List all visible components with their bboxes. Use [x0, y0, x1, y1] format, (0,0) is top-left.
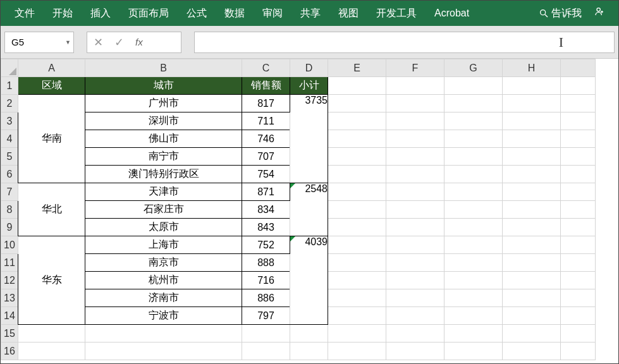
cell-B7[interactable]: 天津市	[85, 183, 242, 201]
cell-C11[interactable]: 888	[242, 254, 290, 272]
col-header-H[interactable]: H	[503, 59, 561, 77]
cell-G12[interactable]	[444, 272, 503, 289]
cell-H6[interactable]	[503, 166, 561, 183]
row-header-8[interactable]: 8	[1, 201, 18, 219]
cell-E10[interactable]	[328, 236, 386, 254]
cell-E12[interactable]	[328, 272, 386, 289]
select-all-corner[interactable]	[1, 59, 18, 77]
row-header-15[interactable]: 15	[1, 325, 18, 343]
cell-B9[interactable]: 太原市	[85, 219, 242, 236]
cell-D2[interactable]: 3735	[290, 95, 328, 183]
row-header-7[interactable]: 7	[1, 183, 18, 201]
cell-H3[interactable]	[503, 112, 561, 130]
tab-review[interactable]: 审阅	[254, 1, 291, 26]
cell-B10[interactable]: 上海市	[85, 236, 242, 254]
error-indicator-icon[interactable]	[290, 236, 295, 241]
name-box[interactable]: G5 ▼	[4, 32, 74, 53]
cell-G15[interactable]	[444, 325, 503, 343]
cell-B13[interactable]: 济南市	[85, 289, 242, 307]
cell-G11[interactable]	[444, 254, 503, 272]
cell-C3[interactable]: 711	[242, 112, 290, 130]
cell-C4[interactable]: 746	[242, 130, 290, 148]
formula-input[interactable]	[228, 37, 606, 47]
cell-F11[interactable]	[386, 254, 444, 272]
row-header-16[interactable]: 16	[1, 343, 18, 360]
tab-data[interactable]: 数据	[216, 1, 254, 26]
cell-B14[interactable]: 宁波市	[85, 307, 242, 325]
tab-view[interactable]: 视图	[329, 1, 367, 26]
tab-file[interactable]: 文件	[6, 1, 44, 26]
cell-B12[interactable]: 杭州市	[85, 272, 242, 289]
cell-I8[interactable]	[561, 201, 596, 219]
cell-E11[interactable]	[328, 254, 386, 272]
cell-I2[interactable]	[561, 95, 596, 112]
cell-D7[interactable]: 2548	[290, 183, 328, 236]
tab-share[interactable]: 共享	[291, 1, 329, 26]
cell-F3[interactable]	[386, 112, 444, 130]
cell-F12[interactable]	[386, 272, 444, 289]
cell-A15[interactable]	[18, 325, 85, 343]
cell-E7[interactable]	[328, 183, 386, 201]
fx-icon[interactable]: fx	[135, 37, 143, 47]
cell-C5[interactable]: 707	[242, 148, 290, 166]
col-header-G[interactable]: G	[444, 59, 503, 77]
cell-E14[interactable]	[328, 307, 386, 325]
cell-F13[interactable]	[386, 289, 444, 307]
row-header-6[interactable]: 6	[1, 166, 18, 183]
cell-H7[interactable]	[503, 183, 561, 201]
cell-G2[interactable]	[444, 95, 503, 112]
tab-acrobat[interactable]: Acrobat	[426, 1, 478, 26]
col-header-C[interactable]: C	[242, 59, 290, 77]
cell-G4[interactable]	[444, 130, 503, 148]
cell-I14[interactable]	[561, 307, 596, 325]
row-header-1[interactable]: 1	[1, 77, 18, 95]
cell-I10[interactable]	[561, 236, 596, 254]
cell-E6[interactable]	[328, 166, 386, 183]
cancel-button[interactable]: ✕	[94, 35, 103, 49]
cell-F4[interactable]	[386, 130, 444, 148]
cell-H1[interactable]	[503, 77, 561, 95]
cell-A16[interactable]	[18, 343, 85, 360]
cell-B15[interactable]	[85, 325, 242, 343]
cell-H13[interactable]	[503, 289, 561, 307]
cell-C14[interactable]: 797	[242, 307, 290, 325]
col-header-D[interactable]: D	[290, 59, 328, 77]
dropdown-icon[interactable]: ▼	[65, 39, 71, 46]
col-header-B[interactable]: B	[85, 59, 242, 77]
cell-C1[interactable]: 销售额	[242, 77, 290, 95]
tab-home[interactable]: 开始	[44, 1, 82, 26]
cell-F9[interactable]	[386, 219, 444, 236]
cell-H5[interactable]	[503, 148, 561, 166]
row-header-5[interactable]: 5	[1, 148, 18, 166]
col-header-A[interactable]: A	[18, 59, 85, 77]
cell-B1[interactable]: 城市	[85, 77, 242, 95]
cell-F14[interactable]	[386, 307, 444, 325]
cell-I3[interactable]	[561, 112, 596, 130]
row-header-11[interactable]: 11	[1, 254, 18, 272]
cell-H8[interactable]	[503, 201, 561, 219]
cell-B16[interactable]	[85, 343, 242, 360]
cell-D15[interactable]	[290, 325, 328, 343]
cell-D1[interactable]: 小计	[290, 77, 328, 95]
cell-G10[interactable]	[444, 236, 503, 254]
tab-insert[interactable]: 插入	[82, 1, 120, 26]
cell-B4[interactable]: 佛山市	[85, 130, 242, 148]
cell-H4[interactable]	[503, 130, 561, 148]
cell-C8[interactable]: 834	[242, 201, 290, 219]
cell-E15[interactable]	[328, 325, 386, 343]
row-header-14[interactable]: 14	[1, 307, 18, 325]
cell-B3[interactable]: 深圳市	[85, 112, 242, 130]
col-header-F[interactable]: F	[386, 59, 444, 77]
cell-G9[interactable]	[444, 219, 503, 236]
cell-F1[interactable]	[386, 77, 444, 95]
cell-C6[interactable]: 754	[242, 166, 290, 183]
spreadsheet-grid[interactable]: ABCDEFGH1区域城市销售额小计2华南广州市81737353深圳市7114佛…	[1, 59, 618, 363]
tab-devtools[interactable]: 开发工具	[367, 1, 426, 26]
cell-A2[interactable]: 华南	[18, 95, 85, 183]
row-header-3[interactable]: 3	[1, 112, 18, 130]
cell-F15[interactable]	[386, 325, 444, 343]
cell-C16[interactable]	[242, 343, 290, 360]
cell-G5[interactable]	[444, 148, 503, 166]
cell-F5[interactable]	[386, 148, 444, 166]
cell-I16[interactable]	[561, 343, 596, 360]
